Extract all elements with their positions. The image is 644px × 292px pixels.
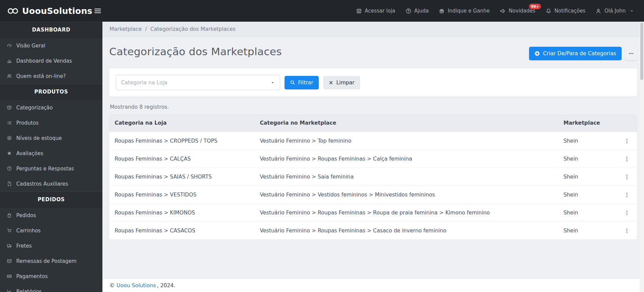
sidebar-item-produtos[interactable]: Produtos [0, 115, 102, 130]
topbar-item-label: Notificações [554, 8, 586, 14]
sidebar-item-relatorios[interactable]: Relatórios [0, 284, 102, 292]
megaphone-icon [500, 8, 506, 14]
star-icon [6, 151, 13, 156]
topbar-nav: Acessar loja Ajuda Indique e Ganhe Novid… [356, 8, 644, 14]
filtrar-label: Filtrar [298, 80, 313, 86]
sidebar-item-fretes[interactable]: Fretes [0, 238, 102, 253]
results-summary: Mostrando 8 registros. [110, 104, 637, 110]
topbar-item-novidades[interactable]: Novidades 99+ [500, 8, 535, 14]
sidebar-item-label: Dashboard de Vendas [16, 58, 72, 64]
topbar: UoouSolutions Acessar loja Ajuda Indique… [0, 0, 644, 22]
bar-chart-icon [6, 58, 13, 63]
layers-icon [6, 135, 13, 141]
kebab-icon [624, 228, 630, 234]
sidebar-section-pedidos: PEDIDOS [0, 191, 102, 208]
caret-down-icon [270, 80, 275, 85]
sidebar-item-categorizacao[interactable]: Categorização [0, 100, 102, 115]
bell-icon [546, 8, 551, 14]
cell-store-category: Roupas Femininas > SAIAS / SHORTS [109, 168, 254, 186]
topbar-item-acessar-loja[interactable]: Acessar loja [356, 8, 395, 14]
sidebar-item-avaliacoes[interactable]: Avaliações [0, 146, 102, 161]
sidebar-item-label: Categorização [16, 105, 53, 111]
footer-copyright: © [110, 283, 115, 289]
cell-store-category: Roupas Femininas > KIMONOS [109, 204, 254, 222]
column-header-marketplace: Marketplace [558, 114, 616, 132]
cell-marketplace-category: Vestuário Feminino > Roupas Femininas > … [254, 222, 558, 240]
breadcrumb-current: Categorização dos Marketplaces [150, 26, 235, 32]
table-row: Roupas Femininas > VESTIDOS Vestuário Fe… [109, 186, 637, 204]
sidebar-section-produtos: PRODUTOS [0, 84, 102, 100]
breadcrumb: Marketplace / Categorização dos Marketpl… [102, 22, 644, 37]
sidebar-item-label: Pedidos [16, 212, 36, 218]
table-header-row: Categoria na Loja Categoria no Marketpla… [109, 114, 637, 132]
topbar-item-user-menu[interactable]: Olá John [596, 8, 634, 14]
row-actions-button[interactable] [624, 138, 630, 144]
sidebar-item-quem-esta-on-line[interactable]: Quem está on-line? [0, 68, 102, 84]
sidebar-item-remessas-de-postagem[interactable]: Remessas de Postagem [0, 253, 102, 269]
kebab-icon [624, 174, 630, 180]
cell-marketplace: Shein [558, 222, 616, 240]
kebab-icon [624, 138, 630, 144]
line-chart-icon [6, 289, 13, 292]
cell-marketplace: Shein [558, 186, 616, 204]
cell-marketplace: Shein [558, 132, 616, 150]
topbar-item-notificacoes[interactable]: Notificações [546, 8, 586, 14]
sidebar-item-pagamentos[interactable]: Pagamentos [0, 269, 102, 284]
search-icon [290, 80, 295, 85]
help-icon [406, 8, 411, 14]
table-row: Roupas Femininas > CALÇAS Vestuário Femi… [109, 150, 637, 168]
breadcrumb-marketplace-link[interactable]: Marketplace [110, 26, 142, 32]
sidebar-item-label: Avaliações [16, 150, 43, 157]
sidebar-item-label: Carrinhos [16, 228, 41, 234]
sidebar-item-pedidos[interactable]: Pedidos [0, 208, 102, 223]
more-options-button[interactable] [625, 47, 637, 60]
row-actions-button[interactable] [624, 192, 630, 198]
row-actions-button[interactable] [624, 174, 630, 180]
topbar-item-label: Indique e Ganhe [448, 8, 490, 14]
create-category-mapping-button[interactable]: Criar De/Para de Categorias [529, 47, 622, 60]
row-actions-button[interactable] [624, 156, 630, 162]
column-header-categoria-no-marketplace: Categoria no Marketplace [254, 114, 558, 132]
sidebar: DASHBOARD Visão Geral Dashboard de Venda… [0, 22, 102, 292]
brand-logo[interactable]: UoouSolutions [0, 6, 91, 16]
x-icon [329, 80, 333, 85]
plus-circle-icon [534, 51, 540, 56]
brand-name: UoouSolutions [22, 6, 92, 16]
row-actions-button[interactable] [624, 228, 630, 234]
sidebar-item-label: Fretes [16, 243, 32, 249]
categoria-na-loja-select[interactable]: Categoria na Loja [116, 75, 280, 90]
footer-year: , 2024. [157, 283, 175, 289]
sidebar-item-perguntas-e-respostas[interactable]: Perguntas e Respostas [0, 161, 102, 176]
sidebar-item-cadastros-auxiliares[interactable]: Cadastros Auxiliares [0, 176, 102, 191]
topbar-item-ajuda[interactable]: Ajuda [406, 8, 429, 14]
sidebar-item-dashboard-de-vendas[interactable]: Dashboard de Vendas [0, 53, 102, 68]
scrollbar-thumb[interactable] [640, 22, 643, 80]
menu-toggle-button[interactable] [91, 5, 104, 17]
ellipsis-icon [628, 51, 634, 56]
categories-table: Categoria na Loja Categoria no Marketpla… [109, 114, 637, 239]
footer-brand-link[interactable]: Uoou Solutions [117, 283, 156, 289]
hamburger-icon [94, 7, 102, 15]
sidebar-item-label: Cadastros Auxiliares [16, 181, 68, 187]
kebab-icon [624, 156, 630, 162]
table-row: Roupas Femininas > KIMONOS Vestuário Fem… [109, 204, 637, 222]
scrollbar[interactable] [640, 22, 644, 292]
cell-marketplace-category: Vestuário Feminino > Top feminino [254, 132, 558, 150]
sidebar-item-visao-geral[interactable]: Visão Geral [0, 38, 102, 53]
cell-store-category: Roupas Femininas > VESTIDOS [109, 186, 254, 204]
topbar-item-label: Olá John [604, 8, 626, 14]
sidebar-item-carrinhos[interactable]: Carrinhos [0, 223, 102, 238]
page-header: Categorização dos Marketplaces Criar De/… [109, 45, 637, 60]
sidebar-item-label: Visão Geral [16, 43, 45, 49]
cell-marketplace-category: Vestuário Feminino > Vestidos femininos … [254, 186, 558, 204]
sidebar-item-niveis-de-estoque[interactable]: Níveis de estoque [0, 130, 102, 146]
credit-card-icon [6, 274, 13, 279]
limpar-button[interactable]: Limpar [323, 76, 360, 89]
topbar-item-indique-e-ganhe[interactable]: Indique e Ganhe [439, 8, 490, 14]
row-actions-button[interactable] [624, 210, 630, 216]
user-icon [596, 8, 601, 14]
cell-store-category: Roupas Femininas > CROPPEDS / TOPS [109, 132, 254, 150]
filtrar-button[interactable]: Filtrar [285, 76, 319, 89]
kebab-icon [624, 192, 630, 198]
cell-store-category: Roupas Femininas > CASACOS [109, 222, 254, 240]
